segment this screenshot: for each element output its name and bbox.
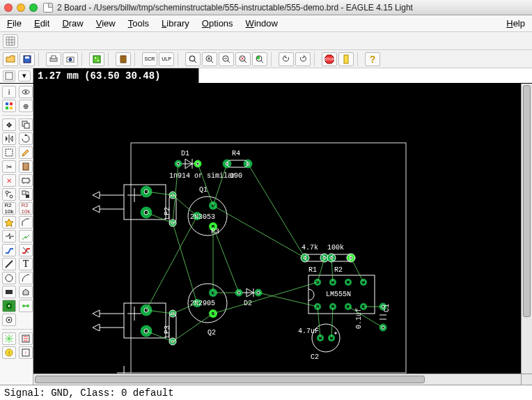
r4-value: 100 <box>230 172 242 180</box>
erc-tool-icon[interactable]: ! <box>2 346 16 359</box>
zoom-button[interactable] <box>29 3 38 12</box>
ripup-tool-icon[interactable] <box>19 244 33 256</box>
minimize-button[interactable] <box>17 3 25 12</box>
coord-grid-icon[interactable] <box>3 70 15 82</box>
value-tool-icon[interactable]: R210k <box>19 202 33 215</box>
coord-row: ▾ 1.27 mm (63.50 30.48) <box>0 68 532 84</box>
q1-value: 2N3053 <box>190 213 215 221</box>
menu-library[interactable]: Library <box>162 18 189 29</box>
coord-dropdown-icon[interactable]: ▾ <box>18 70 31 82</box>
help-icon[interactable]: ? <box>365 52 380 66</box>
split-tool-icon[interactable] <box>2 230 16 243</box>
svg-point-41 <box>26 305 29 307</box>
r1-value: 4.7k <box>302 244 318 252</box>
add-tool-icon[interactable] <box>19 174 33 187</box>
pcb-canvas[interactable]: D1 1n914 or similar R4 100 Q1 2N3053 R3 <box>33 84 532 385</box>
print-icon[interactable] <box>46 52 61 66</box>
svg-point-112 <box>347 281 350 284</box>
undo-icon[interactable] <box>279 52 294 66</box>
menu-edit[interactable]: Edit <box>34 18 49 29</box>
zoom-select-icon[interactable] <box>252 52 267 66</box>
wire-tool-icon[interactable] <box>2 258 16 270</box>
hole-tool-icon[interactable] <box>2 314 16 326</box>
errors-tool-icon[interactable]: ! <box>19 346 33 359</box>
r2-value: 100k <box>327 244 344 252</box>
svg-rect-31 <box>22 178 29 183</box>
svg-rect-35 <box>26 194 29 198</box>
via-tool-icon[interactable] <box>2 300 16 312</box>
svg-text:!: ! <box>25 351 26 355</box>
zoom-in-icon[interactable] <box>202 52 217 66</box>
circle-tool-icon[interactable] <box>2 272 16 284</box>
svg-point-7 <box>95 57 96 59</box>
close-button[interactable] <box>4 3 13 12</box>
replace-tool-icon[interactable] <box>19 188 33 201</box>
menu-help[interactable]: Help <box>506 18 525 29</box>
auto-tool-icon[interactable] <box>19 332 33 345</box>
move-tool-icon[interactable]: ✥ <box>2 118 16 131</box>
svg-rect-15 <box>257 56 260 59</box>
stop-icon[interactable]: STOP <box>322 52 337 66</box>
horizontal-scrollbar[interactable] <box>33 374 521 385</box>
mirror-tool-icon[interactable] <box>2 132 16 145</box>
change-tool-icon[interactable] <box>19 146 33 159</box>
redo-icon[interactable] <box>295 52 311 66</box>
info-tool-icon[interactable]: i <box>2 86 16 98</box>
open-icon[interactable] <box>3 52 18 66</box>
svg-rect-3 <box>52 56 56 59</box>
copy-tool-icon[interactable] <box>19 118 33 131</box>
command-input[interactable] <box>199 68 532 83</box>
rotate-tool-icon[interactable] <box>19 132 33 145</box>
svg-rect-6 <box>93 56 100 63</box>
svg-rect-23 <box>10 102 13 105</box>
svg-point-8 <box>97 60 99 61</box>
polygon-tool-icon[interactable] <box>19 286 33 298</box>
name-tool-icon[interactable]: R210k <box>2 202 16 215</box>
menu-tools[interactable]: Tools <box>128 18 149 29</box>
cam-icon[interactable] <box>63 52 78 66</box>
svg-marker-58 <box>93 310 100 317</box>
group-tool-icon[interactable] <box>2 146 16 159</box>
menu-draw[interactable]: Draw <box>62 18 83 29</box>
save-icon[interactable] <box>19 52 35 66</box>
c2-value: 4.7uF <box>298 328 319 335</box>
svg-point-36 <box>6 275 13 282</box>
menu-options[interactable]: Options <box>202 18 233 29</box>
cut-tool-icon[interactable]: ✂ <box>2 160 16 173</box>
arc-tool-icon[interactable] <box>19 272 33 284</box>
mark-tool-icon[interactable]: ⊕ <box>19 100 33 112</box>
svg-rect-24 <box>6 107 8 109</box>
ratsnest-tool-icon[interactable] <box>2 332 16 345</box>
smash-tool-icon[interactable] <box>2 216 16 229</box>
grid-icon[interactable] <box>3 34 18 48</box>
resize-corner[interactable] <box>521 374 532 385</box>
route-tool-icon[interactable] <box>2 244 16 256</box>
svg-rect-30 <box>24 162 27 164</box>
rect-tool-icon[interactable] <box>2 286 16 298</box>
go-icon[interactable] <box>338 52 354 66</box>
delete-tool-icon[interactable]: ✕ <box>2 174 16 187</box>
miter-tool-icon[interactable] <box>19 216 33 229</box>
show-tool-icon[interactable] <box>19 86 33 98</box>
paste-tool-icon[interactable] <box>19 160 33 173</box>
text-tool-icon[interactable]: T <box>19 258 33 270</box>
zoom-out-icon[interactable] <box>219 52 234 66</box>
pinswap-tool-icon[interactable] <box>2 188 16 201</box>
menu-file[interactable]: File <box>7 18 22 29</box>
svg-point-33 <box>10 195 13 198</box>
signal-tool-icon[interactable] <box>19 300 33 312</box>
svg-marker-52 <box>93 206 100 213</box>
optimize-tool-icon[interactable] <box>19 230 33 243</box>
script-icon[interactable]: SCR <box>142 52 157 66</box>
display-tool-icon[interactable] <box>2 100 16 112</box>
zoom-fit-icon[interactable] <box>185 52 201 66</box>
vertical-scrollbar[interactable] <box>521 84 532 374</box>
r4-label: R4 <box>232 150 240 157</box>
library-icon[interactable] <box>116 52 131 66</box>
zoom-redraw-icon[interactable] <box>235 52 251 66</box>
run-icon[interactable]: ULP <box>159 52 174 66</box>
toolbar-1 <box>0 32 532 50</box>
menu-view[interactable]: View <box>96 18 116 29</box>
menu-window[interactable]: Window <box>246 18 278 29</box>
board-icon[interactable] <box>89 52 104 66</box>
